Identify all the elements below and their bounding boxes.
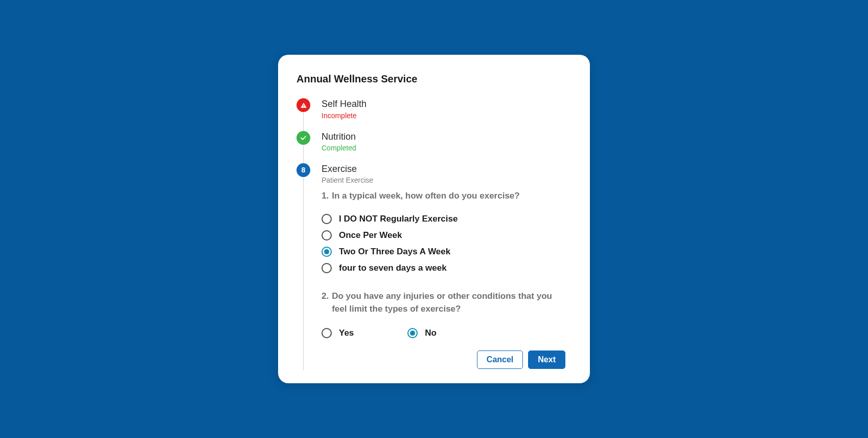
button-row: Cancel Next [322,351,565,369]
options-row: Yes No [322,328,565,338]
question-block-1: 1. In a typical week, how often do you e… [322,189,565,273]
radio-option-yes[interactable]: Yes [322,328,354,338]
radio-option-four-seven[interactable]: four to seven days a week [322,263,565,273]
next-button[interactable]: Next [528,351,565,369]
step-title: Exercise [322,163,565,175]
option-label: Two Or Three Days A Week [339,247,450,257]
step-connector [303,145,304,164]
option-label: Once Per Week [339,230,402,240]
step-number-icon: 8 [296,163,310,177]
question-body: In a typical week, how often do you exer… [332,189,520,203]
step-status: Completed [322,144,565,152]
step-subtitle: Patient Exercise [322,176,565,184]
step-title: Nutrition [322,131,565,143]
radio-icon [322,263,332,273]
radio-option-two-three[interactable]: Two Or Three Days A Week [322,247,565,257]
radio-icon [322,214,332,224]
step-exercise: 8 Exercise Patient Exercise 1. In a typi… [296,163,565,369]
step-status: Incomplete [322,112,565,120]
warning-icon [296,98,310,112]
radio-option-not-regular[interactable]: I DO NOT Regularly Exercise [322,214,565,224]
step-content: Exercise Patient Exercise 1. In a typica… [322,163,565,369]
question-text: 2. Do you have any injuries or other con… [322,290,565,316]
radio-icon [322,247,332,257]
question-number: 1. [322,189,329,203]
radio-icon [322,328,332,338]
radio-option-once-week[interactable]: Once Per Week [322,230,565,240]
step-content: Nutrition Completed [322,131,565,152]
question-number: 2. [322,290,329,316]
step-connector [303,113,304,132]
question-text: 1. In a typical week, how often do you e… [322,189,565,203]
option-label: Yes [339,328,354,338]
option-label: four to seven days a week [339,263,447,273]
step-connector [303,178,304,370]
options-list: I DO NOT Regularly Exercise Once Per Wee… [322,214,565,273]
svg-rect-0 [303,104,304,106]
step-self-health[interactable]: Self Health Incomplete [296,98,565,130]
steps-list: Self Health Incomplete Nutrition Complet… [296,98,565,369]
step-content: Self Health Incomplete [322,98,565,119]
check-icon [296,131,310,145]
cancel-button[interactable]: Cancel [477,351,523,369]
question-block-2: 2. Do you have any injuries or other con… [322,290,565,338]
radio-icon [322,230,332,240]
wellness-modal: Annual Wellness Service Self Health Inco… [278,55,590,383]
radio-option-no[interactable]: No [407,328,437,338]
step-nutrition[interactable]: Nutrition Completed [296,131,565,163]
radio-icon [407,328,418,338]
step-title: Self Health [322,98,565,110]
modal-title: Annual Wellness Service [296,73,565,85]
svg-rect-1 [303,106,304,107]
option-label: No [425,328,437,338]
option-label: I DO NOT Regularly Exercise [339,214,458,224]
question-body: Do you have any injuries or other condit… [332,290,565,316]
